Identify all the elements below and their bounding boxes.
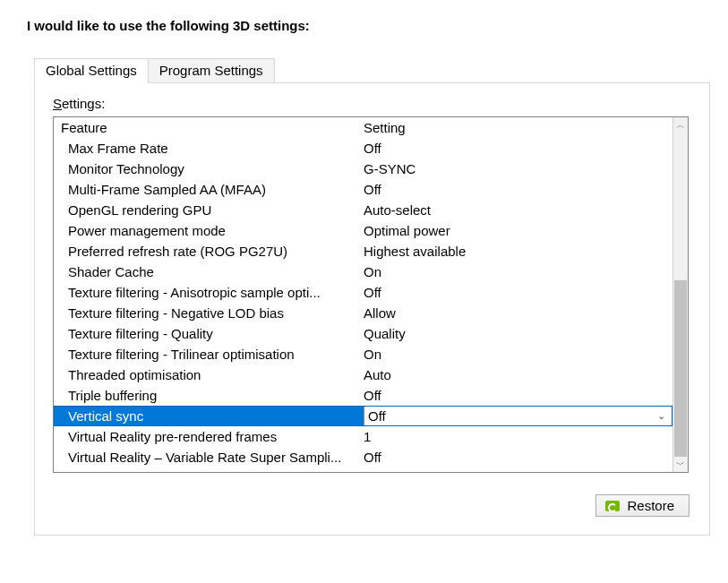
setting-row[interactable]: Power management modeOptimal power — [54, 220, 672, 241]
setting-feature: Preferred refresh rate (ROG PG27U) — [59, 241, 364, 261]
setting-row[interactable]: Preferred refresh rate (ROG PG27U)Highes… — [54, 241, 672, 261]
scroll-up-arrow-icon[interactable]: ︿ — [673, 117, 688, 133]
setting-feature: Texture filtering - Trilinear optimisati… — [59, 344, 364, 364]
setting-row[interactable]: Triple bufferingOff — [54, 385, 672, 406]
setting-value: Auto-select — [364, 200, 672, 220]
setting-value: Allow — [364, 303, 672, 323]
setting-feature: Max Frame Rate — [59, 138, 364, 159]
setting-row[interactable]: Texture filtering - Trilinear optimisati… — [54, 344, 672, 364]
settings-list-box: Feature Setting Max Frame RateOffMonitor… — [53, 116, 689, 473]
setting-row[interactable]: Texture filtering - Anisotropic sample o… — [54, 282, 672, 303]
chevron-down-icon[interactable]: ⌄ — [657, 406, 665, 426]
tab-panel: Settings: Feature Setting Max Frame Rate… — [34, 82, 710, 536]
setting-feature: Virtual Reality pre-rendered frames — [59, 426, 364, 447]
setting-row-selected[interactable]: Vertical syncOff⌄ — [54, 406, 672, 426]
setting-feature: Texture filtering - Anisotropic sample o… — [59, 282, 364, 303]
setting-feature: Vertical sync — [54, 406, 364, 426]
setting-value: On — [364, 344, 672, 364]
setting-row[interactable]: Monitor TechnologyG-SYNC — [54, 159, 672, 179]
column-feature[interactable]: Feature — [59, 120, 364, 135]
setting-row[interactable]: Multi-Frame Sampled AA (MFAA)Off — [54, 179, 672, 200]
setting-feature: Texture filtering - Quality — [59, 323, 364, 344]
setting-feature: Multi-Frame Sampled AA (MFAA) — [59, 179, 364, 200]
nvidia-logo-icon — [605, 501, 620, 511]
restore-button[interactable]: Restore — [595, 494, 689, 517]
setting-row[interactable]: Virtual Reality – Variable Rate Super Sa… — [54, 447, 672, 467]
setting-feature: Shader Cache — [59, 261, 364, 282]
setting-value: Off — [364, 447, 672, 467]
setting-value: On — [364, 261, 672, 282]
setting-feature: Threaded optimisation — [59, 364, 364, 385]
setting-feature: Texture filtering - Negative LOD bias — [59, 303, 364, 323]
setting-row[interactable]: Shader CacheOn — [54, 261, 672, 282]
setting-feature: Power management mode — [59, 220, 364, 241]
setting-feature: Virtual Reality – Variable Rate Super Sa… — [59, 447, 364, 467]
setting-feature: Triple buffering — [59, 385, 364, 406]
setting-row[interactable]: Virtual Reality pre-rendered frames1 — [54, 426, 672, 447]
setting-value: Off — [364, 385, 672, 406]
panel-root: I would like to use the following 3D set… — [0, 0, 728, 583]
setting-value: Highest available — [364, 241, 672, 261]
setting-value: Quality — [364, 323, 672, 344]
button-row: Restore — [53, 494, 691, 517]
page-title: I would like to use the following 3D set… — [27, 18, 708, 33]
scrollbar-track[interactable] — [673, 133, 688, 457]
setting-row[interactable]: Texture filtering - QualityQuality — [54, 323, 672, 344]
scrollbar-thumb[interactable] — [674, 280, 687, 457]
setting-value: Off — [364, 179, 672, 200]
tab-strip: Global Settings Program Settings — [34, 58, 708, 83]
setting-value: 1 — [364, 426, 672, 447]
tab-global-settings[interactable]: Global Settings — [34, 58, 149, 83]
setting-value: G-SYNC — [364, 159, 672, 179]
setting-value: Off — [364, 138, 672, 159]
setting-value: Off — [364, 282, 672, 303]
setting-value: Auto — [364, 364, 672, 385]
settings-label: Settings: — [53, 96, 691, 111]
setting-feature: Monitor Technology — [59, 159, 364, 179]
setting-row[interactable]: Threaded optimisationAuto — [54, 364, 672, 385]
scroll-down-arrow-icon[interactable]: ﹀ — [673, 457, 688, 472]
setting-value-dropdown[interactable]: Off⌄ — [364, 406, 672, 426]
restore-button-label: Restore — [627, 498, 674, 513]
setting-feature: OpenGL rendering GPU — [59, 200, 364, 220]
setting-row[interactable]: Max Frame RateOff — [54, 138, 672, 159]
tab-program-settings[interactable]: Program Settings — [148, 58, 275, 83]
setting-value: Optimal power — [364, 220, 672, 241]
settings-list[interactable]: Feature Setting Max Frame RateOffMonitor… — [54, 117, 672, 472]
column-setting[interactable]: Setting — [364, 120, 672, 135]
setting-row[interactable]: Texture filtering - Negative LOD biasAll… — [54, 303, 672, 323]
vertical-scrollbar[interactable]: ︿ ﹀ — [672, 117, 688, 472]
setting-row[interactable]: OpenGL rendering GPUAuto-select — [54, 200, 672, 220]
settings-header-row: Feature Setting — [54, 117, 672, 138]
